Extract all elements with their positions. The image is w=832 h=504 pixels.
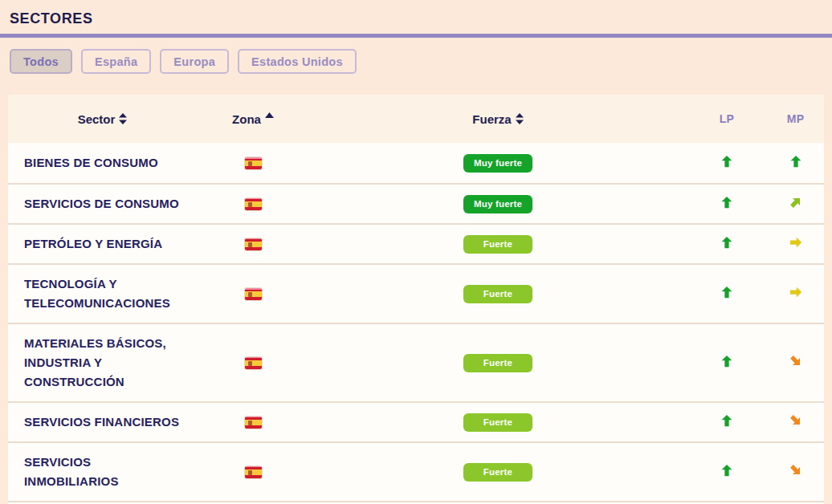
column-header-fuerza[interactable]: Fuerza [309, 112, 687, 126]
filter-estados-unidos[interactable]: Estados Unidos [238, 49, 357, 74]
mp-cell [767, 195, 824, 213]
mp-cell [767, 463, 824, 481]
zona-cell [197, 415, 309, 429]
sector-name: SERVICIOS DE CONSUMO [8, 194, 197, 213]
trend-arrow-icon [720, 354, 734, 368]
mp-cell [767, 413, 824, 431]
table-row[interactable]: SERVICIOS DE CONSUMO Muy fuerte [8, 183, 824, 223]
lp-cell [687, 235, 767, 253]
sort-both-icon [516, 113, 524, 124]
spain-flag-icon [245, 198, 262, 210]
spain-flag-icon [245, 466, 262, 478]
flag-emblem [248, 470, 252, 475]
fuerza-cell: Fuerte [309, 235, 687, 254]
zona-cell [197, 197, 309, 211]
lp-cell [687, 354, 767, 372]
spain-flag-icon [245, 157, 262, 169]
fuerza-cell: Muy fuerte [309, 195, 687, 213]
sectors-table: Sector Zona Fuerza LP MP BIENES DE CONSU… [8, 95, 824, 504]
zona-cell [197, 156, 309, 170]
column-label-lp: LP [720, 112, 735, 125]
fuerza-badge: Muy fuerte [463, 195, 532, 213]
fuerza-badge: Fuerte [463, 285, 532, 303]
flag-emblem [248, 361, 252, 366]
table-header: Sector Zona Fuerza LP MP [8, 95, 824, 143]
zone-filter-group: Todos España Europa Estados Unidos [10, 49, 832, 74]
trend-arrow-icon [785, 192, 805, 212]
trend-arrow-icon [720, 154, 734, 169]
trend-arrow-icon [785, 351, 805, 371]
sector-name: MATERIALES BÁSICOS, INDUSTRIA Y CONSTRUC… [8, 334, 197, 392]
fuerza-cell: Fuerte [309, 463, 687, 482]
table-row[interactable]: MATERIALES BÁSICOS, INDUSTRIA Y CONSTRUC… [8, 323, 824, 401]
mp-cell [767, 354, 824, 372]
trend-arrow-icon [720, 195, 734, 209]
column-header-sector[interactable]: Sector [8, 112, 197, 126]
filter-europa[interactable]: Europa [160, 49, 229, 74]
lp-cell [687, 413, 767, 431]
column-label-fuerza: Fuerza [472, 112, 511, 126]
zona-cell [197, 237, 309, 251]
zona-cell [197, 287, 309, 301]
zona-cell [197, 356, 309, 370]
trend-arrow-icon [720, 235, 734, 250]
table-row[interactable]: TECNOLOGÍA Y TELECOMUNICACIONES Fuerte [8, 263, 824, 323]
sector-name: SERVICIOS INMOBILIARIOS [8, 453, 197, 491]
sector-name: PETRÓLEO Y ENERGÍA [8, 234, 197, 254]
sector-name: BIENES DE CONSUMO [8, 153, 197, 173]
column-label-zona: Zona [232, 112, 261, 126]
fuerza-cell: Fuerte [309, 285, 687, 303]
lp-cell [687, 285, 767, 303]
fuerza-badge: Fuerte [463, 413, 532, 432]
page-title: SECTORES [10, 10, 832, 27]
fuerza-badge: Fuerte [463, 235, 532, 254]
sort-asc-icon [265, 112, 274, 118]
mp-cell [767, 235, 824, 253]
table-row[interactable]: PETRÓLEO Y ENERGÍA Fuerte [8, 223, 824, 263]
table-row[interactable]: SERVICIOS FINANCIEROS Fuerte [8, 401, 824, 441]
column-header-mp: MP [767, 112, 824, 125]
mp-cell [767, 154, 824, 172]
fuerza-badge: Muy fuerte [463, 154, 532, 173]
fuerza-badge: Fuerte [463, 354, 532, 372]
fuerza-badge: Fuerte [463, 463, 532, 482]
mp-cell [767, 285, 824, 303]
table-row-partial [8, 501, 824, 504]
flag-emblem [248, 292, 252, 297]
fuerza-cell: Fuerte [309, 354, 687, 372]
flag-emblem [248, 242, 252, 247]
filter-espana[interactable]: España [81, 49, 151, 74]
trend-arrow-icon [720, 413, 734, 428]
flag-emblem [248, 161, 252, 166]
trend-arrow-icon [785, 460, 805, 480]
sectores-page: SECTORES Todos España Europa Estados Uni… [0, 0, 832, 504]
table-row[interactable]: SERVICIOS INMOBILIARIOS Fuerte [8, 441, 824, 501]
lp-cell [687, 154, 767, 172]
trend-arrow-icon [789, 285, 803, 299]
title-divider [0, 34, 832, 38]
fuerza-cell: Fuerte [309, 413, 687, 432]
trend-arrow-icon [789, 154, 803, 169]
column-header-lp: LP [687, 112, 767, 125]
column-label-mp: MP [787, 112, 805, 125]
spain-flag-icon [245, 417, 262, 429]
sort-both-icon [119, 113, 127, 124]
sector-name: TECNOLOGÍA Y TELECOMUNICACIONES [8, 274, 197, 313]
column-header-zona[interactable]: Zona [197, 112, 309, 126]
lp-cell [687, 195, 767, 213]
spain-flag-icon [245, 357, 262, 369]
trend-arrow-icon [720, 463, 734, 478]
table-row[interactable]: BIENES DE CONSUMO Muy fuerte [8, 143, 824, 183]
zona-cell [197, 465, 309, 479]
trend-arrow-icon [785, 410, 805, 430]
flag-emblem [248, 421, 252, 425]
lp-cell [687, 463, 767, 481]
spain-flag-icon [245, 288, 262, 300]
trend-arrow-icon [789, 235, 803, 250]
flag-emblem [248, 202, 252, 207]
column-label-sector: Sector [78, 112, 116, 126]
spain-flag-icon [245, 238, 262, 250]
filter-todos[interactable]: Todos [10, 49, 72, 74]
fuerza-cell: Muy fuerte [309, 154, 687, 173]
sector-name: SERVICIOS FINANCIEROS [8, 413, 197, 432]
